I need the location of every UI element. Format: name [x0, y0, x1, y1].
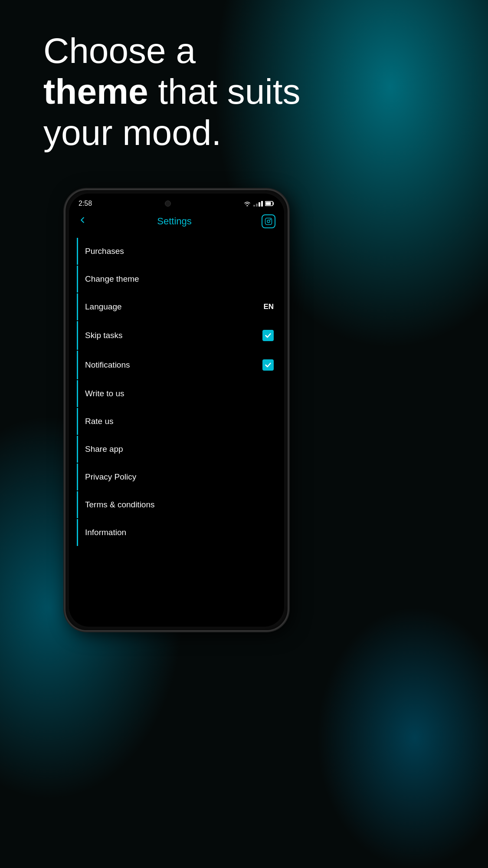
checkmark-icon	[265, 332, 272, 339]
settings-item-terms-conditions[interactable]: Terms & conditions	[77, 491, 284, 518]
settings-item-language[interactable]: Language EN	[77, 293, 284, 320]
notifications-label: Notifications	[78, 360, 130, 370]
settings-item-information[interactable]: Information	[77, 519, 284, 546]
settings-item-privacy-policy[interactable]: Privacy Policy	[77, 464, 284, 490]
information-label: Information	[78, 528, 126, 537]
skip-tasks-label: Skip tasks	[78, 331, 123, 340]
app-bar-title: Settings	[157, 216, 192, 227]
write-to-us-label: Write to us	[78, 389, 124, 398]
wifi-icon	[243, 201, 251, 207]
phone-mockup: 2:58	[64, 189, 289, 631]
hero-line1: Choose a	[43, 31, 196, 70]
svg-point-3	[267, 220, 270, 223]
svg-rect-1	[265, 202, 271, 205]
svg-point-4	[270, 219, 271, 220]
status-time: 2:58	[79, 200, 92, 207]
settings-item-purchases[interactable]: Purchases	[77, 238, 284, 265]
notifications-checkbox[interactable]	[262, 359, 274, 371]
hero-bold: theme	[43, 72, 148, 111]
svg-rect-2	[265, 218, 272, 225]
share-app-label: Share app	[78, 444, 123, 454]
checkmark-icon	[265, 362, 272, 368]
signal-bars	[253, 201, 263, 207]
skip-tasks-checkbox[interactable]	[262, 330, 274, 341]
camera-notch	[165, 201, 171, 207]
hero-line3: your mood.	[43, 113, 221, 152]
settings-item-rate-us[interactable]: Rate us	[77, 408, 284, 435]
settings-item-notifications[interactable]: Notifications	[77, 351, 284, 379]
privacy-policy-label: Privacy Policy	[78, 472, 136, 482]
app-bar: Settings	[69, 210, 284, 233]
language-value: EN	[263, 302, 274, 311]
settings-item-change-theme[interactable]: Change theme	[77, 266, 284, 293]
instagram-button[interactable]	[262, 214, 275, 228]
rate-us-label: Rate us	[78, 417, 113, 426]
battery-icon	[265, 201, 275, 206]
settings-item-share-app[interactable]: Share app	[77, 436, 284, 463]
settings-item-skip-tasks[interactable]: Skip tasks	[77, 321, 284, 350]
purchases-label: Purchases	[78, 247, 124, 256]
settings-list: Purchases Change theme Language EN Skip …	[69, 233, 284, 627]
back-button[interactable]	[78, 215, 87, 227]
hero-rest: that suits	[148, 72, 301, 111]
change-theme-label: Change theme	[78, 274, 139, 284]
status-bar: 2:58	[69, 194, 284, 210]
language-label: Language	[78, 302, 122, 312]
phone-screen: 2:58	[69, 194, 284, 627]
instagram-icon	[265, 217, 272, 225]
terms-conditions-label: Terms & conditions	[78, 500, 155, 510]
status-icons	[243, 201, 275, 207]
settings-item-write-to-us[interactable]: Write to us	[77, 380, 284, 407]
hero-text: Choose a theme that suits your mood.	[43, 30, 445, 153]
